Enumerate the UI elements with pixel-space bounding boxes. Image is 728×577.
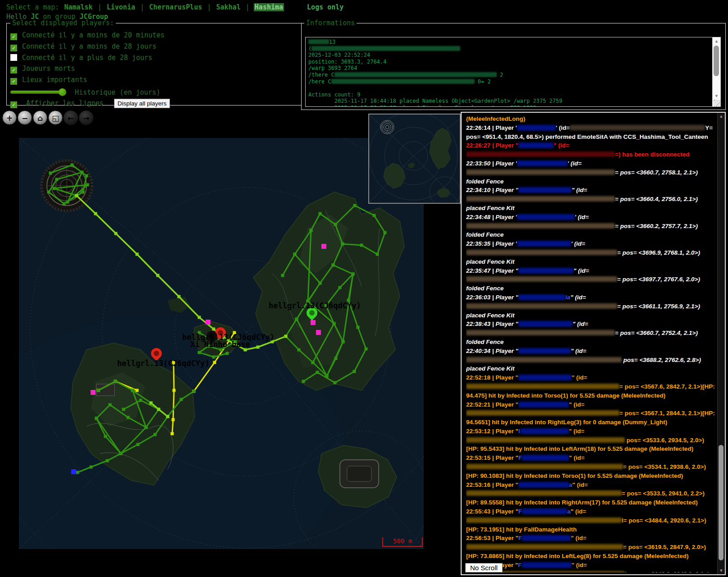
scroll-up-arrow-icon[interactable]: ▲ [718, 113, 725, 119]
filter-checkbox[interactable]: ✓ [10, 78, 17, 85]
magenta-square-marker[interactable] [311, 320, 316, 325]
zoom-in-button[interactable]: + [2, 110, 17, 125]
redacted-player-name [522, 508, 567, 514]
history-back-button[interactable]: ← [64, 110, 78, 125]
map-link-hashima[interactable]: Hashima [254, 3, 284, 11]
trail-node [97, 389, 100, 392]
scroll-up-arrow-icon[interactable]: ▲ [713, 38, 720, 44]
redacted-text [334, 72, 497, 77]
log-id-label: " (id= [572, 481, 588, 488]
log-player-label: | Player " [490, 454, 518, 461]
blue-square-marker[interactable] [71, 469, 76, 474]
log-player-label: | Player " [490, 374, 518, 381]
magenta-square-marker[interactable] [321, 244, 326, 249]
trail-node [166, 415, 169, 418]
map-player-label: Xi Ninho base [190, 340, 250, 349]
trail-node [341, 243, 344, 246]
trail-node [298, 348, 301, 352]
map-link-livonia[interactable]: Livonia [106, 3, 136, 11]
logs-only-link[interactable]: Logs only [307, 3, 343, 11]
magenta-square-marker[interactable] [316, 330, 321, 335]
filters-legend: Select displayed players: [10, 19, 116, 27]
map-link-namalsk[interactable]: Namalsk [63, 3, 93, 11]
redacted-player-name [518, 268, 573, 274]
trail-node [192, 390, 196, 393]
map-selector-row: Select a map: Namalsk | Livonia | Cherna… [6, 3, 343, 12]
informations-textarea[interactable]: 13(2025-12-03 22:52:24position: 3693.3, … [305, 37, 721, 107]
trail-node [136, 253, 139, 256]
trail-node [339, 286, 342, 289]
informations-legend: Informations [304, 19, 357, 27]
trail-node [353, 204, 357, 207]
redacted-text [331, 79, 475, 84]
trail-node [137, 443, 140, 446]
scroll-down-arrow-icon[interactable]: ▼ [718, 568, 725, 574]
info-text: 2025-11-17 18:44:18 placed Nameless Obje… [308, 98, 563, 104]
trail-node [357, 326, 360, 329]
fullscreen-button[interactable]: ◱ [48, 110, 63, 125]
informations-scrollbar[interactable]: ▲ ▼ [712, 37, 720, 106]
scroll-down-arrow-icon[interactable]: ▼ [713, 93, 720, 99]
map-link-sakhal[interactable]: Sakhal [215, 3, 242, 11]
log-time: 22:35:35 [466, 240, 490, 247]
redacted-player-id [466, 250, 617, 255]
display-all-players-button[interactable]: Display all players [114, 99, 170, 108]
trail-node [376, 253, 379, 256]
log-scrollbar[interactable]: ▲ ▼ [717, 113, 725, 574]
log-body: (MeleeInfectedLong) [466, 115, 525, 122]
minimap[interactable] [368, 114, 461, 204]
trail-node [178, 295, 181, 298]
slider-thumb-handle[interactable] [59, 88, 66, 96]
info-text: 13 [329, 39, 335, 45]
log-entry: 22:53:16 | Player "a" (id== pos= <3533.5… [466, 481, 715, 507]
trail-node [284, 335, 288, 338]
log-scroll-thumb[interactable] [719, 445, 723, 560]
informations-panel: Informations 13(2025-12-03 22:52:24posit… [301, 19, 726, 110]
trail-node [311, 361, 315, 364]
trail-node [114, 380, 117, 383]
player-name-fragment: F [518, 562, 522, 568]
zoom-out-button[interactable]: − [18, 110, 32, 125]
info-text: 0= 2 [475, 78, 491, 85]
redacted-text [308, 39, 329, 44]
log-content[interactable]: (MeleeInfectedLong)22:26:14 | Player '' … [466, 114, 715, 572]
map-link-chernarusplus[interactable]: ChernarusPlus [148, 3, 203, 11]
select-map-label: Select a map: [6, 3, 59, 11]
show-lines-checkbox[interactable]: ✓ [10, 101, 17, 108]
informations-scroll-thumb[interactable] [714, 46, 719, 76]
info-line: 13 [308, 39, 710, 46]
player-name-fragment: la [565, 294, 570, 301]
trail-node [85, 174, 88, 178]
log-time: 22:34:10 [466, 187, 490, 193]
history-forward-button[interactable]: → [79, 110, 93, 125]
info-text: 2025-11-17 22:53:02 placed Fireplace<Fir… [308, 105, 536, 107]
trail-node [325, 375, 329, 378]
main-map[interactable]: hellgrl.13(CJ6qdCYy)hellgrl.13(CJ6qdCYy)… [19, 138, 424, 549]
trail-node [213, 361, 216, 364]
no-scroll-button[interactable]: No Scroll [465, 563, 503, 572]
filter-checkbox[interactable]: ✓ [10, 33, 17, 40]
history-slider-row: Historique (en jours) [10, 88, 299, 97]
log-id-label: " (id= [572, 374, 587, 381]
trail-node [154, 433, 157, 436]
map-zoom-controls: +−⌂◱←→ [2, 110, 93, 125]
magenta-square-marker[interactable] [206, 320, 211, 325]
redacted-player-id [466, 223, 615, 229]
log-id-label: " (id= [571, 508, 586, 515]
player-name-fragment: F [518, 454, 522, 461]
log-time: 22:38:43 [466, 321, 490, 327]
trail-node [94, 212, 97, 215]
resize-grip-icon[interactable] [714, 100, 720, 106]
home-button[interactable]: ⌂ [33, 110, 47, 125]
info-text: /warp 3693 2764 [308, 65, 357, 71]
filter-checkbox[interactable]: ✓ [10, 45, 17, 51]
filter-checkbox[interactable]: ✓ [10, 67, 17, 73]
trail-node [360, 244, 363, 247]
log-player-label: | Player " [490, 508, 518, 515]
magenta-square-marker[interactable] [91, 390, 96, 395]
log-entry: 22:40:34 | Player "" (id= pos= <3688.2, … [466, 347, 715, 373]
trail-node [157, 408, 160, 411]
history-slider[interactable] [10, 91, 63, 94]
filter-checkbox[interactable] [10, 54, 17, 61]
log-time: 22:53:16 [466, 481, 490, 488]
